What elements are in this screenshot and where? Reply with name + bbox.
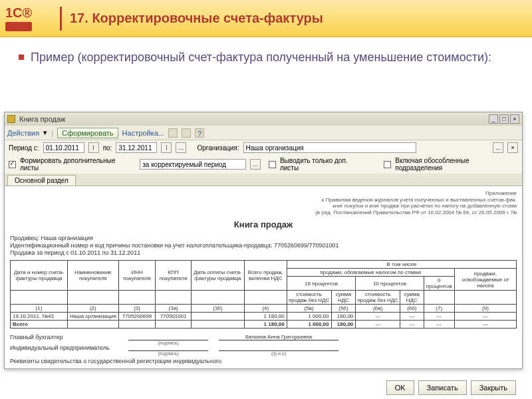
table-total-row: Всего 1 180,00 1 000,00 180,00 --- --- -… xyxy=(11,321,517,329)
sales-table: Дата и номер счета-фактуры продавца Наим… xyxy=(10,260,517,329)
hint-sign-2: (подпись) xyxy=(128,351,208,356)
regulation-text: Приложение к Правилам ведения журналов у… xyxy=(10,190,517,215)
ip-name-field: (ф.и.о) xyxy=(219,344,338,351)
num-3a: (3а) xyxy=(156,305,192,313)
logo-text: 1C® xyxy=(5,5,32,21)
window-title: Книга продаж xyxy=(19,115,487,123)
org-input[interactable] xyxy=(243,142,416,153)
slide-header: 1C® 17. Корректировочные счета-фактуры xyxy=(0,0,532,37)
content-area: Пример (корректировочный счет-фактура по… xyxy=(0,37,532,84)
cell-total: 1 180,00 xyxy=(244,313,287,321)
report-area: Приложение к Правилам ведения журналов у… xyxy=(5,186,522,368)
tot-5b: 180,00 xyxy=(331,321,356,329)
dropdown-arrow-icon[interactable]: ▾ xyxy=(43,128,47,137)
settings-link[interactable]: Настройка... xyxy=(122,129,164,137)
tot-7: --- xyxy=(424,321,454,329)
period-to-picker[interactable]: ⁞ xyxy=(161,142,172,153)
additional-mode-input[interactable] xyxy=(140,159,246,170)
reg-line-1: Приложение xyxy=(10,190,517,197)
bullet-text: Пример (корректировочный счет-фактура по… xyxy=(31,49,491,65)
subcol-empty3 xyxy=(118,291,156,305)
ip-label: Индивидуальный предприниматель xyxy=(10,344,123,351)
slide-title-text: Корректировочные счета-фактуры xyxy=(92,11,323,25)
col-vtomchisle: В том числе xyxy=(287,261,516,269)
num-9: (9) xyxy=(454,305,516,313)
help-icon[interactable]: ? xyxy=(195,128,204,138)
tot-6b: --- xyxy=(400,321,424,329)
only-addl-checkbox[interactable] xyxy=(269,161,276,168)
logo-mark xyxy=(5,22,32,31)
subcol-empty9 xyxy=(454,291,516,305)
period-filter-row: Период с: ⁞ по: ⁞ ... Организация: ... × xyxy=(5,140,522,155)
sig-chief-row: Главный бухгалтер (подпись) Белкина Анна… xyxy=(10,334,517,340)
inn-line: Идентификационный номер и код причины по… xyxy=(10,242,517,249)
chief-name-field: Белкина Анна Григорьевна xyxy=(219,334,338,340)
period-to-label: по: xyxy=(103,144,112,152)
window-titlebar[interactable]: Книга продаж _ □ × xyxy=(5,112,522,126)
num-2: (2) xyxy=(67,305,118,313)
col-nalogom: продажи, облагаемые налогом по ставке xyxy=(287,269,454,277)
cell-6b: --- xyxy=(400,313,424,321)
additional-sheets-checkbox[interactable] xyxy=(9,161,16,168)
tot-6a: --- xyxy=(356,321,400,329)
cell-inn: 7705260699 xyxy=(118,313,156,321)
col-kpp: КПП покупателя xyxy=(156,261,192,291)
save-button[interactable]: Записать xyxy=(418,380,467,395)
num-3: (3) xyxy=(118,305,156,313)
org-clear-button[interactable]: × xyxy=(507,142,518,153)
col-total: Всего продаж, включая НДС xyxy=(244,261,287,291)
chief-sign-field: (подпись) xyxy=(128,334,208,340)
reg-line-2: к Правилам ведения журналов учета получе… xyxy=(10,197,517,203)
additional-sheets-label: Формировать дополнительные листы xyxy=(20,157,136,172)
period-from-input[interactable] xyxy=(43,142,84,153)
tot-label: Всего xyxy=(11,321,68,329)
cell-kpp: 770501001 xyxy=(156,313,192,321)
slide-title: 17. Корректировочные счета-фактуры xyxy=(70,11,323,26)
separate-divisions-checkbox[interactable] xyxy=(384,161,391,168)
reg-line-4: (в ред. Постановлений Правительства РФ о… xyxy=(10,209,517,216)
ok-button[interactable]: OK xyxy=(386,380,414,395)
cell-7: --- xyxy=(424,313,454,321)
minimize-button[interactable]: _ xyxy=(489,114,498,124)
additional-mode-picker[interactable]: ... xyxy=(250,159,261,170)
seller-line: Продавец: Наша организация xyxy=(10,235,517,241)
num-7: (7) xyxy=(424,305,454,313)
rekv-line: Реквизиты свидетельства о государственно… xyxy=(10,358,517,364)
period-to-input[interactable] xyxy=(116,142,157,153)
period-from-label: Период с: xyxy=(9,144,39,152)
tab-main[interactable]: Основной раздел xyxy=(7,175,76,186)
close-button[interactable]: × xyxy=(510,114,519,124)
only-addl-label: Выводить только доп. листы xyxy=(280,157,368,172)
subcol-empty4 xyxy=(156,291,192,305)
col-pct10: 10 процентов xyxy=(356,277,424,291)
maximize-button[interactable]: □ xyxy=(499,114,509,124)
slide-number: 17. xyxy=(70,11,88,25)
subcol-empty6 xyxy=(244,291,287,305)
subcol-5a: стоимость продаж без НДС xyxy=(287,291,331,305)
subcol-empty5 xyxy=(191,291,244,305)
chief-label: Главный бухгалтер xyxy=(10,334,123,340)
num-6b: (6б) xyxy=(400,305,424,313)
cell-5b: 180,00 xyxy=(331,313,356,321)
col-buyer: Наименование покупателя xyxy=(67,261,118,291)
options-row: Формировать дополнительные листы ... Выв… xyxy=(5,155,522,174)
generate-button[interactable]: Сформировать xyxy=(57,128,118,138)
period-from-picker[interactable]: ⁞ xyxy=(88,142,99,153)
close-dialog-button[interactable]: Закрыть xyxy=(471,380,516,395)
toolbar-icon-1[interactable] xyxy=(168,128,178,138)
table-row: 19.10.2011, №43 Наша организация 7705260… xyxy=(11,313,517,321)
col-inn: ИНН покупателя xyxy=(118,261,156,291)
toolbar-separator: | xyxy=(51,129,53,137)
sales-book-window: Книга продаж _ □ × Действия ▾ | Сформиро… xyxy=(4,112,523,369)
cell-6a: --- xyxy=(356,313,400,321)
num-1: (1) xyxy=(11,305,68,313)
toolbar-icon-2[interactable] xyxy=(182,128,191,138)
bullet-marker-icon xyxy=(19,55,24,60)
tab-strip: Основной раздел xyxy=(5,174,522,186)
hint-fio-2: (ф.и.о) xyxy=(219,351,338,356)
period-range-button[interactable]: ... xyxy=(176,142,186,153)
num-5b: (5б) xyxy=(331,305,356,313)
org-select-button[interactable]: ... xyxy=(493,142,503,153)
cell-9: --- xyxy=(454,313,516,321)
actions-menu[interactable]: Действия xyxy=(7,129,39,137)
